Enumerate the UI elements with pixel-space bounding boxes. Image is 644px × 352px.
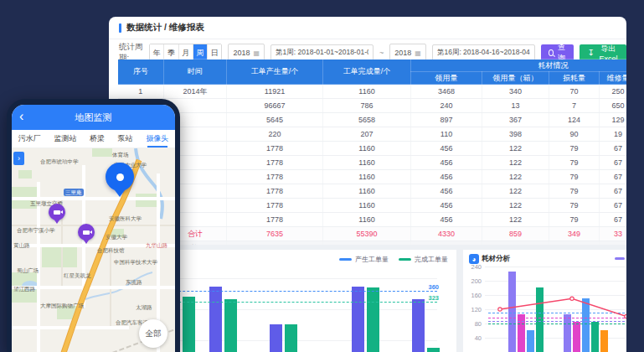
bar-completed[interactable] <box>183 297 195 352</box>
bar-generated[interactable] <box>352 287 364 352</box>
bar-completed[interactable] <box>367 287 379 352</box>
phone-screen: ‹ 地图监测 污水厂 监测站 桥梁 泵站 摄像头 <box>12 105 175 352</box>
table-cell: 398 <box>482 127 549 142</box>
sub-col-4: 维修量 <box>600 72 627 85</box>
map-poi-label: 安徽大学 <box>106 234 127 240</box>
map-poi-label: 合肥市宁溪小学 <box>17 227 55 233</box>
table-cell: 96667 <box>227 99 323 113</box>
table-cell: 5658 <box>323 113 411 127</box>
table-row[interactable]: 96667786240137650 <box>118 99 627 113</box>
selected-location-marker[interactable] <box>106 163 134 191</box>
bar-completed[interactable] <box>224 299 237 352</box>
map-poi-label: 九华山路 <box>146 242 167 248</box>
table-cell: 79 <box>549 213 600 227</box>
reference-line-label: 360 <box>428 283 439 291</box>
table-cell: 79 <box>549 170 600 184</box>
map-poi-label: 安徽医科大学 <box>109 215 142 221</box>
table-cell: 859 <box>482 227 549 241</box>
table-cell: 456 <box>411 213 482 227</box>
table-cell: 1160 <box>323 184 411 199</box>
bar-generated[interactable] <box>270 324 282 352</box>
tab-camera[interactable]: 摄像头 <box>146 131 168 147</box>
table-cell: 79 <box>549 142 600 156</box>
table-cell: 67 <box>600 184 627 199</box>
map-poi-label: 东流路 <box>126 279 142 285</box>
map-poi-label: 体育场 <box>112 152 129 158</box>
table-cell: 650 <box>600 99 627 113</box>
map-poi-label: 中国科学技术大学 <box>114 259 157 265</box>
tab-pump-station[interactable]: 泵站 <box>118 131 133 147</box>
table-cell: 79 <box>549 199 600 213</box>
map-poi-label: 大摩国际购物广场 <box>40 303 84 308</box>
table-cell: 2014年 <box>164 85 227 99</box>
table-cell: 1 <box>118 85 164 99</box>
col-group-consumables: 耗材情况 <box>411 60 627 72</box>
table-cell: 7 <box>549 99 600 113</box>
table-cell: 1160 <box>323 142 411 156</box>
table-cell: 33 <box>600 227 627 241</box>
table-cell: 67 <box>600 213 627 227</box>
map-expand-button[interactable]: › <box>13 152 24 165</box>
phone-frame: ‹ 地图监测 污水厂 监测站 桥梁 泵站 摄像头 <box>7 99 180 352</box>
table-cell: 129 <box>600 113 627 127</box>
tab-bridge[interactable]: 桥梁 <box>90 131 105 147</box>
table-cell: 122 <box>482 142 549 156</box>
table-cell: 55390 <box>323 227 411 241</box>
bar-generated[interactable] <box>209 287 222 352</box>
table-cell: 456 <box>411 156 482 170</box>
bar-generated[interactable] <box>412 299 425 352</box>
camera-pin-marker[interactable] <box>49 204 65 220</box>
table-row[interactable]: 2202071103989019 <box>118 127 627 142</box>
table-cell: 1160 <box>323 213 411 227</box>
table-cell: 1778 <box>227 213 323 227</box>
camera-pin-marker[interactable] <box>78 224 95 241</box>
table-row[interactable]: 12014年119211160346834070250 <box>118 85 627 99</box>
show-all-button[interactable]: 全部 <box>139 319 167 348</box>
map-poi-label: 望江西路 <box>13 286 35 292</box>
table-body: 12014年1192111603468340702509666778624013… <box>118 85 627 256</box>
table-row[interactable]: 177811604561227967 <box>118 184 627 199</box>
table-cell: 1160 <box>323 85 411 99</box>
table-cell: 5645 <box>227 113 323 127</box>
table-cell: 122 <box>482 184 549 199</box>
table-total-row[interactable]: 合计763555390433085934933 <box>118 227 627 241</box>
table-row[interactable]: 177811604561227967 <box>118 213 627 227</box>
map-poi-label: 合肥科技馆 <box>97 247 125 253</box>
table-row[interactable]: 177811604561227967 <box>118 156 627 170</box>
table-cell: 250 <box>600 85 627 99</box>
table-cell: 1160 <box>323 156 411 170</box>
table-cell: 1778 <box>227 199 323 213</box>
back-chevron-icon[interactable]: ‹ <box>19 108 23 125</box>
table-cell: 7635 <box>227 227 323 241</box>
table-row[interactable]: 177811604561227967 <box>118 142 627 156</box>
report-table: 序号 时间 工单产生量/个 工单完成量/个 耗材情况 领用量 领用量（箱） 损耗… <box>117 59 626 256</box>
bar-completed[interactable] <box>427 348 440 352</box>
phone-page-title: 地图监测 <box>75 111 112 124</box>
sub-col-3: 损耗量 <box>549 72 600 85</box>
phone-tab-bar: 污水厂 监测站 桥梁 泵站 摄像头 <box>12 130 175 148</box>
dashboard-window: 数据统计 / 维修报表 统计周期: 年 季 月 周 日 2018 ▦ ~ 201… <box>109 17 626 352</box>
table-row[interactable]: 177811604561227967 <box>118 199 627 213</box>
table-cell: 67 <box>600 170 627 184</box>
table-cell: 90 <box>549 127 600 142</box>
reference-line-label: 323 <box>428 294 439 302</box>
table-row[interactable]: 56455658897367124129 <box>118 113 627 127</box>
table-cell: 70 <box>549 85 600 99</box>
table-cell: 19 <box>600 127 627 142</box>
col-header-generated: 工单产生量/个 <box>227 60 323 85</box>
table-cell: 110 <box>411 127 482 142</box>
map-poi-label: 黄山路 <box>13 242 30 248</box>
consumable-chart-plot: 2402001601208040 <box>463 250 626 352</box>
search-icon <box>549 49 554 56</box>
video-camera-icon <box>83 230 90 235</box>
table-cell: 1778 <box>227 170 323 184</box>
table-cell: 1160 <box>323 199 411 213</box>
bar-completed[interactable] <box>285 324 297 352</box>
table-row[interactable]: 177811604561227967 <box>118 170 627 184</box>
table-cell: 456 <box>411 142 482 156</box>
table-cell: 1778 <box>227 142 323 156</box>
tab-monitor-station[interactable]: 监测站 <box>54 131 76 147</box>
tab-sewage-plant[interactable]: 污水厂 <box>18 131 41 147</box>
breadcrumb: 数据统计 / 维修报表 <box>126 22 204 34</box>
map-canvas[interactable]: 合肥市琥珀中学体育场安徽农业大学五里墩立交桥安徽医科大学合肥市宁溪小学安徽大学合… <box>12 148 175 352</box>
